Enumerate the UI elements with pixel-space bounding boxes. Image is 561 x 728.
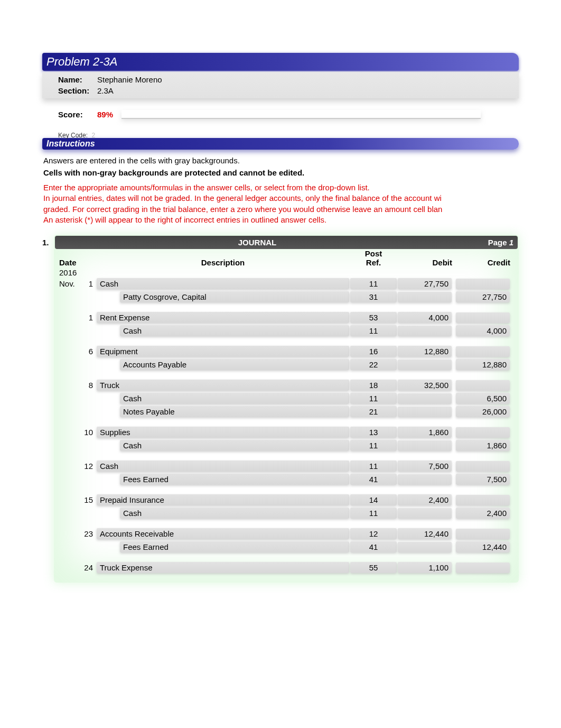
postref-cell[interactable]: 18 (350, 380, 397, 391)
day-cell[interactable]: 24 (82, 563, 96, 572)
day-cell[interactable]: 6 (82, 347, 96, 356)
debit-cell[interactable]: 12,880 (398, 346, 452, 357)
credit-cell[interactable] (456, 380, 510, 391)
score-value: 89% (97, 110, 113, 119)
postref-cell[interactable]: 11 (350, 440, 397, 451)
credit-cell[interactable]: 27,750 (456, 291, 510, 302)
debit-cell[interactable] (398, 508, 452, 519)
credit-cell[interactable]: 7,500 (456, 474, 510, 485)
credit-cell[interactable] (456, 427, 510, 438)
section-value[interactable]: 2.3A (97, 86, 114, 95)
postref-cell[interactable]: 11 (350, 460, 397, 472)
postref-cell[interactable]: 21 (350, 406, 397, 417)
debit-cell[interactable] (398, 440, 452, 451)
description-cell[interactable]: Truck Expense (97, 562, 349, 573)
keycode-value: 2 (91, 132, 95, 139)
credit-cell[interactable]: 6,500 (456, 393, 510, 404)
instructions-title: Instructions (42, 138, 519, 150)
journal-line: Cash116,500 (59, 392, 513, 405)
debit-cell[interactable]: 1,100 (398, 562, 452, 573)
debit-cell[interactable] (398, 407, 452, 417)
col-ref: Ref. (350, 258, 397, 267)
postref-cell[interactable]: 16 (350, 346, 397, 357)
credit-cell[interactable]: 4,000 (456, 325, 510, 336)
credit-cell[interactable] (456, 495, 510, 505)
day-cell[interactable]: 10 (82, 428, 96, 437)
debit-cell[interactable] (398, 292, 452, 302)
debit-cell[interactable] (398, 360, 452, 370)
postref-cell[interactable]: 31 (350, 291, 397, 302)
debit-cell[interactable]: 7,500 (398, 460, 452, 472)
description-cell[interactable]: Equipment (97, 346, 349, 357)
debit-cell[interactable] (398, 326, 452, 336)
description-cell[interactable]: Fees Earned (120, 474, 349, 485)
journal-line: Fees Earned4112,440 (59, 540, 513, 554)
postref-cell[interactable]: 12 (350, 528, 397, 539)
day-cell[interactable]: 1 (82, 313, 96, 322)
info-block: Name: Stephanie Moreno Section: 2.3A (42, 72, 519, 98)
postref-cell[interactable]: 41 (350, 541, 397, 552)
description-cell[interactable]: Notes Payable (120, 406, 349, 417)
month-cell: Nov. (59, 279, 82, 288)
description-cell[interactable]: Patty Cosgrove, Capital (120, 291, 349, 302)
postref-cell[interactable]: 13 (350, 427, 397, 438)
credit-cell[interactable] (456, 563, 510, 573)
postref-cell[interactable]: 41 (350, 474, 397, 485)
journal-line: Fees Earned417,500 (59, 473, 513, 486)
problem-title: Problem 2-3A (42, 53, 519, 71)
description-cell[interactable]: Cash (120, 440, 349, 451)
journal-line: 12Cash117,500 (59, 459, 513, 473)
day-cell[interactable]: 23 (82, 529, 96, 538)
day-cell[interactable]: 1 (82, 279, 96, 288)
description-cell[interactable]: Supplies (97, 427, 349, 438)
credit-cell[interactable]: 12,440 (456, 541, 510, 552)
description-cell[interactable]: Rent Expense (97, 312, 349, 323)
debit-cell[interactable]: 27,750 (398, 278, 452, 289)
debit-cell[interactable]: 12,440 (398, 528, 452, 539)
col-description: Description (96, 258, 350, 267)
credit-cell[interactable] (456, 312, 510, 323)
postref-cell[interactable]: 11 (350, 325, 397, 336)
debit-cell[interactable] (398, 393, 452, 404)
col-post: Post (350, 249, 397, 258)
day-cell[interactable]: 12 (82, 462, 96, 471)
credit-cell[interactable] (456, 461, 510, 472)
journal-line: Cash112,400 (59, 506, 513, 520)
description-cell[interactable]: Cash (97, 460, 349, 472)
journal-line: Cash111,860 (59, 439, 513, 452)
debit-cell[interactable] (398, 474, 452, 485)
debit-cell[interactable]: 2,400 (398, 494, 452, 505)
journal-line: 1Rent Expense534,000 (59, 311, 513, 324)
description-cell[interactable]: Accounts Receivable (97, 528, 349, 539)
credit-cell[interactable]: 26,000 (456, 406, 510, 417)
description-cell[interactable]: Prepaid Insurance (97, 494, 349, 505)
description-cell[interactable]: Cash (120, 508, 349, 519)
postref-cell[interactable]: 14 (350, 494, 397, 505)
postref-cell[interactable]: 11 (350, 278, 397, 289)
postref-cell[interactable]: 53 (350, 312, 397, 323)
day-cell[interactable]: 15 (82, 495, 96, 504)
postref-cell[interactable]: 11 (350, 508, 397, 519)
credit-cell[interactable] (456, 529, 510, 539)
credit-cell[interactable]: 12,880 (456, 359, 510, 370)
credit-cell[interactable]: 1,860 (456, 440, 510, 451)
description-cell[interactable]: Truck (97, 380, 349, 391)
description-cell[interactable]: Accounts Payable (120, 359, 349, 370)
description-cell[interactable]: Fees Earned (120, 541, 349, 552)
postref-cell[interactable]: 11 (350, 393, 397, 404)
journal-line: 24Truck Expense551,100 (59, 561, 513, 574)
debit-cell[interactable]: 4,000 (398, 312, 452, 323)
postref-cell[interactable]: 22 (350, 359, 397, 370)
credit-cell[interactable] (456, 279, 510, 289)
name-value[interactable]: Stephanie Moreno (97, 75, 162, 84)
credit-cell[interactable] (456, 346, 510, 357)
description-cell[interactable]: Cash (120, 393, 349, 404)
debit-cell[interactable]: 1,860 (398, 427, 452, 438)
postref-cell[interactable]: 55 (350, 562, 397, 573)
description-cell[interactable]: Cash (120, 325, 349, 336)
description-cell[interactable]: Cash (97, 278, 349, 289)
debit-cell[interactable]: 32,500 (398, 380, 452, 391)
day-cell[interactable]: 8 (82, 381, 96, 390)
credit-cell[interactable]: 2,400 (456, 508, 510, 519)
debit-cell[interactable] (398, 542, 452, 552)
